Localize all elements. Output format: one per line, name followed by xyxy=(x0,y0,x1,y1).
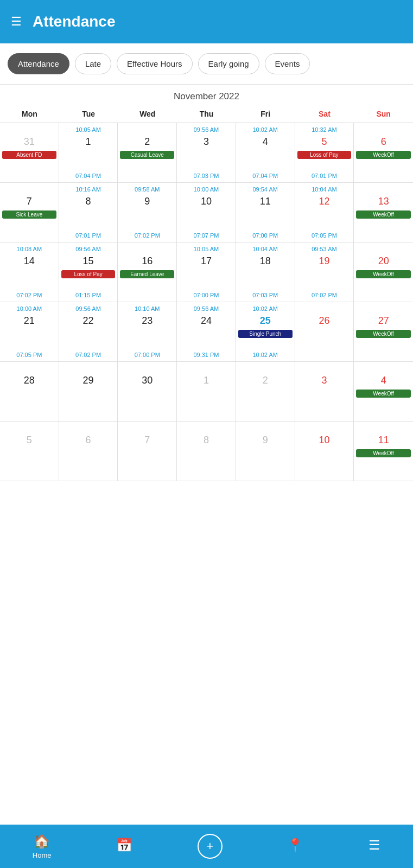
calendar: Mon Tue Wed Thu Fri Sat Sun 31 Absent FD… xyxy=(0,105,413,825)
tab-bar: Attendance Late Effective Hours Early go… xyxy=(0,43,413,85)
cal-day-nov7[interactable]: 7 Sick Leave xyxy=(0,183,59,242)
cal-day-nov11[interactable]: 09:54 AM 11 07:00 PM xyxy=(236,183,295,242)
tab-events[interactable]: Events xyxy=(265,53,310,74)
cal-day-dec2[interactable]: 2 xyxy=(236,362,295,422)
weekoff-badge-27: WeekOff xyxy=(356,330,411,338)
tab-attendance[interactable]: Attendance xyxy=(8,53,69,74)
cal-day-dec1[interactable]: 1 xyxy=(177,362,236,422)
cal-day-nov23[interactable]: 10:10 AM 23 07:00 PM xyxy=(118,302,177,362)
location-icon: 📍 xyxy=(287,838,303,853)
cal-day-nov17[interactable]: 10:05 AM 17 07:00 PM xyxy=(177,242,236,302)
weekoff-badge-dec4: WeekOff xyxy=(356,390,411,398)
weekday-thu: Thu xyxy=(177,105,236,123)
nav-home[interactable]: 🏠 Home xyxy=(33,834,52,859)
weekday-mon: Mon xyxy=(0,105,59,123)
home-icon: 🏠 xyxy=(34,834,50,849)
weekday-tue: Tue xyxy=(59,105,118,123)
cal-day-nov15[interactable]: 09:56 AM 15 Loss of Pay 01:15 PM xyxy=(59,242,118,302)
bottom-nav: 🏠 Home 📅 + 📍 ☰ xyxy=(0,825,413,868)
cal-day-nov20[interactable]: 20 WeekOff xyxy=(354,242,413,302)
tab-early-going[interactable]: Early going xyxy=(198,53,259,74)
cal-day-nov6[interactable]: 6 WeekOff xyxy=(354,123,413,183)
sick-leave-badge: Sick Leave xyxy=(2,210,56,219)
nav-location[interactable]: 📍 xyxy=(287,838,303,855)
add-icon: + xyxy=(198,834,223,859)
cal-day-nov28[interactable]: 28 xyxy=(0,362,59,422)
cal-day-nov4[interactable]: 10:02 AM 4 07:04 PM xyxy=(236,123,295,183)
nav-home-label: Home xyxy=(33,851,52,859)
absent-badge: Absent FD xyxy=(2,151,56,159)
tab-effective-hours[interactable]: Effective Hours xyxy=(117,53,192,74)
weekoff-badge-6: WeekOff xyxy=(356,151,411,159)
weekoff-badge-dec11: WeekOff xyxy=(356,449,411,457)
cal-day-nov12[interactable]: 10:04 AM 12 07:05 PM xyxy=(295,183,354,242)
nav-calendar[interactable]: 📅 xyxy=(116,838,132,855)
cal-day-dec4[interactable]: 4 WeekOff xyxy=(354,362,413,422)
cal-day-nov10[interactable]: 10:00 AM 10 07:07 PM xyxy=(177,183,236,242)
list-icon: ☰ xyxy=(368,838,380,853)
weekday-fri: Fri xyxy=(236,105,295,123)
cal-day-nov13[interactable]: 13 WeekOff xyxy=(354,183,413,242)
earned-leave-badge: Earned Leave xyxy=(120,270,174,278)
cal-day-dec9[interactable]: 9 xyxy=(236,422,295,481)
calendar-header: Mon Tue Wed Thu Fri Sat Sun xyxy=(0,105,413,123)
cal-day-dec5[interactable]: 5 xyxy=(0,422,59,481)
cal-day-dec8[interactable]: 8 xyxy=(177,422,236,481)
cal-day-nov8[interactable]: 10:16 AM 8 07:01 PM xyxy=(59,183,118,242)
single-punch-badge: Single Punch xyxy=(238,330,293,338)
cal-day-nov24[interactable]: 09:56 AM 24 09:31 PM xyxy=(177,302,236,362)
cal-day-nov21[interactable]: 10:00 AM 21 07:05 PM xyxy=(0,302,59,362)
cal-day-nov16[interactable]: 16 Earned Leave xyxy=(118,242,177,302)
cal-day-nov27[interactable]: 27 WeekOff xyxy=(354,302,413,362)
weekoff-badge-20: WeekOff xyxy=(356,270,411,278)
cal-day-dec11[interactable]: 11 WeekOff xyxy=(354,422,413,481)
nav-menu[interactable]: ☰ xyxy=(368,838,380,855)
page-title: Attendance xyxy=(33,13,115,30)
cal-day-dec3[interactable]: 3 xyxy=(295,362,354,422)
cal-day-nov25[interactable]: 10:02 AM 25 Single Punch 10:02 AM xyxy=(236,302,295,362)
cal-day-nov26[interactable]: 26 xyxy=(295,302,354,362)
cal-day-nov22[interactable]: 09:56 AM 22 07:02 PM xyxy=(59,302,118,362)
cal-day-nov30[interactable]: 30 xyxy=(118,362,177,422)
cal-day-dec10[interactable]: 10 xyxy=(295,422,354,481)
month-title: November 2022 xyxy=(0,85,413,105)
cal-day-dec6[interactable]: 6 xyxy=(59,422,118,481)
cal-day-nov5[interactable]: 10:32 AM 5 Loss of Pay 07:01 PM xyxy=(295,123,354,183)
weekoff-badge-13: WeekOff xyxy=(356,210,411,219)
cal-day-nov19[interactable]: 09:53 AM 19 07:02 PM xyxy=(295,242,354,302)
loss-of-pay-badge-15: Loss of Pay xyxy=(61,270,116,278)
app-header: ☰ Attendance xyxy=(0,0,413,43)
calendar-body: 31 Absent FD 10:05 AM 1 07:04 PM 2 Casua… xyxy=(0,123,413,481)
weekday-sat: Sat xyxy=(295,105,354,123)
weekday-wed: Wed xyxy=(118,105,177,123)
nav-add[interactable]: + xyxy=(198,834,223,859)
cal-day-nov14[interactable]: 10:08 AM 14 07:02 PM xyxy=(0,242,59,302)
loss-of-pay-badge: Loss of Pay xyxy=(297,151,352,159)
cal-day-nov29[interactable]: 29 xyxy=(59,362,118,422)
cal-day-nov1[interactable]: 10:05 AM 1 07:04 PM xyxy=(59,123,118,183)
cal-day-nov3[interactable]: 09:56 AM 3 07:03 PM xyxy=(177,123,236,183)
cal-day-nov18[interactable]: 10:04 AM 18 07:03 PM xyxy=(236,242,295,302)
cal-day-nov2[interactable]: 2 Casual Leave xyxy=(118,123,177,183)
tab-late[interactable]: Late xyxy=(75,53,111,74)
calendar-icon: 📅 xyxy=(116,838,132,853)
casual-leave-badge: Casual Leave xyxy=(120,151,174,159)
cal-day-oct31[interactable]: 31 Absent FD xyxy=(0,123,59,183)
cal-day-dec7[interactable]: 7 xyxy=(118,422,177,481)
cal-day-nov9[interactable]: 09:58 AM 9 07:02 PM xyxy=(118,183,177,242)
menu-icon[interactable]: ☰ xyxy=(11,15,22,29)
weekday-sun: Sun xyxy=(354,105,413,123)
